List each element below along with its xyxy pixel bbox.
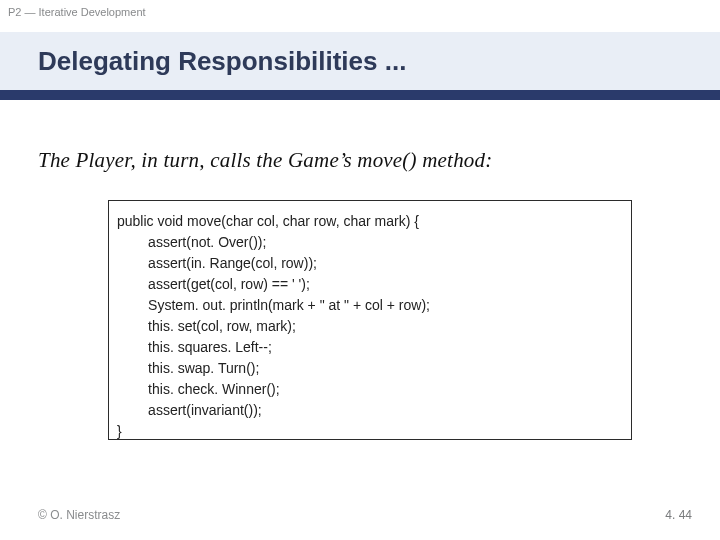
course-header-label: P2 — Iterative Development (8, 6, 146, 18)
code-box: public void move(char col, char row, cha… (108, 200, 632, 440)
footer-page-number: 4. 44 (665, 508, 692, 522)
code-listing: public void move(char col, char row, cha… (117, 211, 627, 442)
slide-title: Delegating Responsibilities ... (38, 46, 406, 77)
footer-copyright: © O. Nierstrasz (38, 508, 120, 522)
title-band: Delegating Responsibilities ... (0, 32, 720, 90)
slide-body-text: The Player, in turn, calls the Game’s mo… (38, 148, 492, 173)
accent-bar (0, 90, 720, 100)
